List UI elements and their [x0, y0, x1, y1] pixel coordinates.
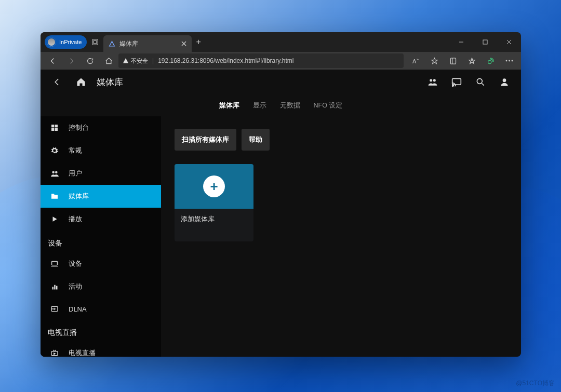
svg-point-11	[452, 86, 453, 87]
search-button[interactable]	[472, 77, 489, 87]
svg-rect-23	[56, 286, 58, 289]
back-button[interactable]	[44, 52, 61, 70]
extensions-button[interactable]	[482, 52, 499, 70]
sidebar-item-tv[interactable]: 电视直播	[41, 342, 161, 357]
tab-0[interactable]: 媒体库	[219, 101, 239, 110]
help-button[interactable]: 帮助	[242, 129, 270, 151]
more-button[interactable]	[500, 52, 518, 70]
play-icon	[50, 215, 59, 223]
sidebar-item-label: 设备	[69, 259, 82, 268]
folder-icon	[50, 192, 59, 200]
svg-point-6	[509, 60, 510, 62]
security-warning-label: 不安全	[131, 57, 148, 65]
app-header: 媒体库	[41, 70, 521, 94]
user-button[interactable]	[496, 77, 513, 87]
svg-rect-1	[94, 40, 97, 44]
sidebar-item-label: 常规	[69, 146, 82, 155]
workspaces-icon[interactable]	[87, 38, 103, 46]
svg-point-9	[433, 79, 436, 82]
svg-rect-16	[51, 128, 54, 131]
close-window-button[interactable]	[497, 32, 521, 52]
sidebar-header: 设备	[41, 231, 161, 252]
sidebar-item-play[interactable]: 播放	[41, 208, 161, 231]
sidebar-item-laptop[interactable]: 设备	[41, 252, 161, 275]
svg-rect-14	[51, 125, 54, 127]
tv-icon	[50, 349, 59, 357]
app-home-button[interactable]	[73, 77, 89, 87]
svg-point-13	[503, 78, 506, 82]
people-icon	[50, 169, 59, 178]
svg-point-4	[488, 60, 491, 63]
svg-rect-2	[483, 40, 487, 44]
add-library-card[interactable]: + 添加媒体库	[175, 164, 253, 241]
sidebar-item-label: 电视直播	[69, 348, 96, 357]
maximize-button[interactable]	[473, 32, 497, 52]
sidebar-item-label: 活动	[69, 282, 82, 291]
svg-rect-3	[450, 58, 456, 63]
scan-all-button[interactable]: 扫描所有媒体库	[175, 129, 236, 151]
svg-rect-0	[92, 39, 98, 45]
svg-rect-20	[52, 261, 58, 265]
read-aloud-button[interactable]: A»	[407, 52, 424, 70]
svg-point-8	[430, 79, 432, 82]
main-content: 扫描所有媒体库 帮助 + 添加媒体库	[161, 116, 521, 357]
app-page: 媒体库 媒体库显示元数据NFO 设定 控制台常规用户媒体库播放设备设备活动DLN…	[41, 70, 521, 357]
url-box[interactable]: 不安全 | 192.168.26.31:8096/web/index.html#…	[118, 53, 404, 68]
inprivate-badge[interactable]: InPrivate	[45, 35, 87, 49]
page-title: 媒体库	[97, 76, 123, 88]
favorite-button[interactable]	[425, 52, 443, 70]
svg-rect-17	[55, 128, 58, 131]
url-text: 192.168.26.31:8096/web/index.html#!/libr…	[158, 57, 293, 64]
window-controls	[449, 32, 521, 52]
page-tabs: 媒体库显示元数据NFO 设定	[41, 94, 521, 116]
forward-button[interactable]	[62, 52, 80, 70]
svg-rect-22	[54, 285, 56, 289]
cast-button[interactable]	[448, 77, 465, 87]
sidebar-item-gear[interactable]: 常规	[41, 139, 161, 162]
add-library-label: 添加媒体库	[175, 209, 253, 241]
favicon-icon	[109, 40, 115, 47]
svg-rect-10	[452, 78, 461, 85]
browser-tab[interactable]: 媒体库	[103, 35, 192, 52]
sidebar-item-people[interactable]: 用户	[41, 162, 161, 185]
sidebar-item-input[interactable]: DLNA	[41, 298, 161, 320]
tab-1[interactable]: 显示	[253, 101, 266, 110]
titlebar: InPrivate 媒体库 +	[41, 32, 521, 52]
tab-2[interactable]: 元数据	[280, 101, 300, 110]
sidebar-item-chart[interactable]: 活动	[41, 275, 161, 298]
security-warning[interactable]: 不安全	[123, 57, 148, 65]
sidebar-item-label: 媒体库	[69, 192, 89, 201]
sidebar: 控制台常规用户媒体库播放设备设备活动DLNA电视直播电视直播数字录像机高级联网	[41, 116, 161, 357]
svg-point-12	[477, 78, 482, 84]
sidebar-item-label: 控制台	[69, 123, 89, 132]
input-icon	[50, 305, 59, 313]
minimize-button[interactable]	[449, 32, 473, 52]
warning-icon	[123, 58, 129, 64]
dashboard-icon	[50, 124, 59, 132]
svg-point-19	[55, 171, 58, 173]
collections-button[interactable]	[463, 52, 480, 70]
sidebar-item-label: 用户	[69, 169, 82, 178]
svg-point-5	[505, 60, 507, 62]
tab-3[interactable]: NFO 设定	[314, 101, 343, 110]
sidebar-header: 电视直播	[41, 320, 161, 342]
app-back-button[interactable]	[49, 77, 65, 87]
chart-icon	[50, 283, 59, 291]
svg-rect-21	[52, 287, 54, 289]
watermark: @51CTO博客	[516, 379, 555, 388]
plus-icon: +	[203, 175, 225, 197]
sidebar-item-folder[interactable]: 媒体库	[41, 185, 161, 208]
tab-title: 媒体库	[119, 39, 138, 48]
home-button[interactable]	[100, 52, 117, 70]
refresh-button[interactable]	[81, 52, 99, 70]
avatar-icon	[47, 37, 56, 47]
address-bar: 不安全 | 192.168.26.31:8096/web/index.html#…	[41, 52, 521, 70]
sync-play-button[interactable]	[424, 77, 441, 87]
sidebar-item-dashboard[interactable]: 控制台	[41, 116, 161, 139]
reading-list-button[interactable]	[444, 52, 462, 70]
svg-rect-15	[55, 125, 58, 127]
browser-window: InPrivate 媒体库 + 不安全	[41, 32, 521, 357]
svg-point-18	[52, 171, 55, 173]
new-tab-button[interactable]: +	[196, 37, 201, 47]
close-tab-icon[interactable]	[181, 41, 186, 46]
